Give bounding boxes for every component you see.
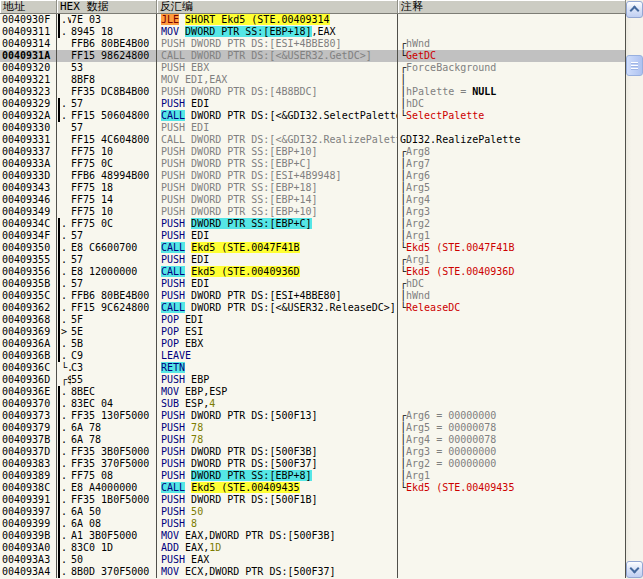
disassembly-cell: POP ESI — [157, 326, 398, 338]
table-row[interactable]: 0040934F.57PUSH EDI│Arg1 — [0, 230, 626, 242]
code-token: DWORD PTR DS:[500F13] — [191, 410, 317, 421]
code-token: MOV EDI,EAX — [161, 74, 227, 85]
comment-token: GetDC — [406, 50, 436, 61]
comment-cell: │hDC — [398, 98, 626, 110]
table-row[interactable]: 00409329.57PUSH EDI│hDC — [0, 98, 626, 110]
comment-token: Arg2 — [406, 218, 430, 229]
column-header-comment[interactable]: 注释 — [398, 0, 626, 13]
table-row[interactable]: 0040930F.∨7E 03JLE SHORT Ekd5 (STE.00409… — [0, 14, 626, 26]
table-row[interactable]: 00409343FF75 18PUSH DWORD PTR SS:[EBP+18… — [0, 182, 626, 194]
table-row[interactable]: 0040933057PUSH EDI — [0, 122, 626, 134]
table-row[interactable]: 0040934C.FF75 0CPUSH DWORD PTR SS:[EBP+C… — [0, 218, 626, 230]
table-row[interactable]: 0040936B.C9LEAVE — [0, 350, 626, 362]
procedure-bracket — [58, 242, 60, 254]
disassembly-cell: PUSH EDI — [157, 230, 398, 242]
table-row[interactable]: 0040936D┌$55PUSH EBP — [0, 374, 626, 386]
table-row[interactable]: 00409355.57PUSH EDI┌Arg1 — [0, 254, 626, 266]
table-row[interactable]: 004093218BF8MOV EDI,EAX│ — [0, 74, 626, 86]
code-token: PUSH — [161, 374, 191, 385]
address-cell: 0040937B — [0, 434, 57, 446]
table-row[interactable]: 00409399.6A 08PUSH 8 — [0, 518, 626, 530]
code-token: PUSH — [161, 494, 191, 505]
table-row[interactable]: 0040938C.E8 A4000000CALL Ekd5 (STE.00409… — [0, 482, 626, 494]
table-row[interactable]: 00409337FF75 10PUSH DWORD PTR SS:[EBP+10… — [0, 146, 626, 158]
table-row[interactable]: 0040935B.57PUSH EDI┌hDC — [0, 278, 626, 290]
disassembly-cell: PUSH DWORD PTR SS:[EBP+C] — [157, 158, 398, 170]
table-row[interactable]: 0040931AFF15 98624800CALL DWORD PTR DS:[… — [0, 50, 626, 62]
vertical-scrollbar[interactable] — [626, 0, 643, 579]
table-row[interactable]: 00409368.5FPOP EDI — [0, 314, 626, 326]
hex-cell: .E8 12000000 — [57, 266, 157, 278]
table-row[interactable]: 0040936C└.C3RETN — [0, 362, 626, 374]
table-row[interactable]: 00409323FF35 DC8B4B00PUSH DWORD PTR DS:[… — [0, 86, 626, 98]
code-token: PUSH — [161, 218, 191, 229]
hex-bytes: 83EC 04 — [71, 398, 156, 410]
hex-cell: FF75 14 — [57, 194, 157, 206]
table-row[interactable]: 0040937D.FF35 3B0F5000PUSH DWORD PTR DS:… — [0, 446, 626, 458]
code-token: PUSH — [161, 446, 191, 457]
column-header-address[interactable]: 地址 — [0, 0, 57, 13]
code-token: PUSH EDI — [161, 122, 209, 133]
flow-marker — [57, 146, 71, 158]
address-cell: 00409329 — [0, 98, 57, 110]
table-row[interactable]: 00409389.FF75 08PUSH DWORD PTR SS:[EBP+8… — [0, 470, 626, 482]
table-row[interactable]: 00409373.FF35 130F5000PUSH DWORD PTR DS:… — [0, 410, 626, 422]
hex-cell: .∨7E 03 — [57, 14, 157, 26]
address-cell: 00409346 — [0, 194, 57, 206]
hex-bytes: 8B0D 370F5000 — [71, 566, 156, 578]
hex-bytes: 57 — [71, 230, 156, 242]
code-token: CALL — [161, 110, 185, 121]
table-row[interactable]: 004093A0.83C0 1DADD EAX,1D — [0, 542, 626, 554]
code-token: Ekd5 (STE.00409435 — [191, 482, 299, 493]
disassembly-cell: PUSH DWORD PTR DS:[4B8BDC] — [157, 86, 398, 98]
scroll-up-button[interactable] — [626, 1, 643, 18]
disassembly-cell: MOV EDI,EAX — [157, 74, 398, 86]
table-row[interactable]: 00409349FF75 10PUSH DWORD PTR SS:[EBP+10… — [0, 206, 626, 218]
hex-cell: .FF35 130F5000 — [57, 410, 157, 422]
table-row[interactable]: 0040936E.8BECMOV EBP,ESP — [0, 386, 626, 398]
table-row[interactable]: 004093A4.8B0D 370F5000MOV ECX,DWORD PTR … — [0, 566, 626, 578]
hex-cell: .83EC 04 — [57, 398, 157, 410]
code-token: PUSH DWORD PTR SS:[EBP+10] — [161, 146, 318, 157]
column-header-disassembly[interactable]: 反汇编 — [157, 0, 398, 13]
scroll-down-button[interactable] — [626, 561, 643, 578]
procedure-bracket — [58, 230, 60, 242]
table-row[interactable]: 00409331FF15 4C604800CALL DWORD PTR DS:[… — [0, 134, 626, 146]
comment-token: hDC — [406, 278, 424, 289]
code-token: MOV — [161, 530, 185, 541]
table-row[interactable]: 00409362.FF15 9C624800CALL DWORD PTR DS:… — [0, 302, 626, 314]
address-cell: 00409343 — [0, 182, 57, 194]
comment-token: Arg6 = 00000000 — [406, 410, 496, 421]
table-row[interactable]: 00409369>5EPOP ESI — [0, 326, 626, 338]
table-row[interactable]: 0040935C.FFB6 80BE4B00PUSH DWORD PTR DS:… — [0, 290, 626, 302]
table-row[interactable]: 00409346FF75 14PUSH DWORD PTR SS:[EBP+14… — [0, 194, 626, 206]
table-row[interactable]: 0040933DFFB6 48994B00PUSH DWORD PTR DS:[… — [0, 170, 626, 182]
hex-cell: .FF75 0C — [57, 218, 157, 230]
table-row[interactable]: 00409379.6A 78PUSH 78│Arg5 = 00000078 — [0, 422, 626, 434]
table-row[interactable]: 00409383.FF35 370F5000PUSH DWORD PTR DS:… — [0, 458, 626, 470]
table-row[interactable]: 0040932053PUSH EBX┌ForceBackground — [0, 62, 626, 74]
scrollbar-thumb[interactable] — [626, 55, 643, 76]
disassembly-cell: CALL Ekd5 (STE.00409435 — [157, 482, 398, 494]
table-row[interactable]: 00409370.83EC 04SUB ESP,4 — [0, 398, 626, 410]
table-row[interactable]: 004093A3.50PUSH EAX — [0, 554, 626, 566]
table-row[interactable]: 0040932A.FF15 50604800CALL DWORD PTR DS:… — [0, 110, 626, 122]
table-row[interactable]: 00409314FFB6 80BE4B00PUSH DWORD PTR DS:[… — [0, 38, 626, 50]
comment-cell: │Arg3 — [398, 206, 626, 218]
hex-bytes: E8 A4000000 — [71, 482, 156, 494]
table-row[interactable]: 0040939B.A1 3B0F5000MOV EAX,DWORD PTR DS… — [0, 530, 626, 542]
table-row[interactable]: 00409311.8945 18MOV DWORD PTR SS:[EBP+18… — [0, 26, 626, 38]
comment-cell: └Ekd5 (STE.0047F41B — [398, 242, 626, 254]
comment-token: Arg2 = 00000000 — [406, 458, 496, 469]
code-token: 4 — [209, 398, 215, 409]
table-row[interactable]: 0040936A.5BPOP EBX — [0, 338, 626, 350]
table-row[interactable]: 0040937B.6A 78PUSH 78│Arg4 = 00000078 — [0, 434, 626, 446]
column-header-hex[interactable]: HEX 数据 — [57, 0, 157, 13]
address-cell: 00409383 — [0, 458, 57, 470]
table-row[interactable]: 0040933AFF75 0CPUSH DWORD PTR SS:[EBP+C]… — [0, 158, 626, 170]
table-row[interactable]: 00409397.6A 50PUSH 50 — [0, 506, 626, 518]
table-row[interactable]: 00409350.E8 C6600700CALL Ekd5 (STE.0047F… — [0, 242, 626, 254]
table-row[interactable]: 00409391.FF35 1B0F5000PUSH DWORD PTR DS:… — [0, 494, 626, 506]
table-row[interactable]: 00409356.E8 12000000CALL Ekd5 (STE.00409… — [0, 266, 626, 278]
scrollbar-track[interactable] — [626, 18, 643, 561]
